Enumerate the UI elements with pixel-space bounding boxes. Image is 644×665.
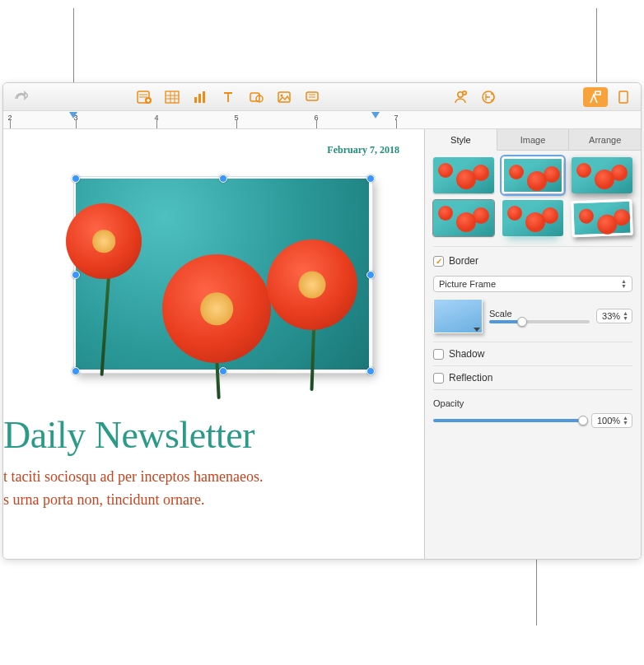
stepper-arrows-icon: ▲▼: [623, 416, 628, 426]
border-label: Border: [449, 255, 478, 267]
shadow-row: Shadow: [433, 342, 632, 365]
resize-handle-t[interactable]: [219, 174, 227, 183]
tips-button[interactable]: [476, 87, 501, 107]
collab-tools-group: [448, 87, 501, 107]
document-canvas[interactable]: February 7, 2018 Daily Newsletter: [3, 129, 425, 559]
border-checkbox[interactable]: [433, 256, 444, 267]
resize-handle-br[interactable]: [366, 367, 375, 375]
image-detail: [66, 203, 142, 279]
svg-rect-28: [619, 91, 628, 103]
tab-arrange[interactable]: Arrange: [569, 129, 641, 151]
shape-button[interactable]: [244, 87, 268, 107]
insert-page-button[interactable]: [132, 87, 156, 107]
image-detail: [267, 239, 357, 330]
style-preset-1[interactable]: [433, 157, 494, 193]
tab-image[interactable]: Image: [497, 129, 570, 151]
selected-image[interactable]: [74, 177, 372, 373]
app-window: 2 3 4 5 6 7 February 7, 2018: [2, 82, 642, 560]
resize-handle-r[interactable]: [366, 271, 375, 279]
tab-style[interactable]: Style: [425, 129, 497, 151]
left-margin-marker[interactable]: [69, 112, 77, 119]
horizontal-ruler[interactable]: 2 3 4 5 6 7: [3, 111, 641, 129]
image-detail: [162, 254, 271, 363]
format-inspector-button[interactable]: [583, 87, 608, 107]
shadow-checkbox[interactable]: [433, 349, 444, 360]
dropdown-arrow-icon: [474, 328, 480, 332]
comment-button[interactable]: [300, 87, 324, 107]
style-preset-2[interactable]: [502, 157, 563, 193]
toolbar: [3, 83, 641, 111]
border-type-value: Picture Frame: [439, 279, 496, 289]
style-presets: [433, 157, 632, 236]
view-tools-group: [583, 87, 636, 107]
svg-rect-13: [203, 91, 205, 103]
svg-point-19: [281, 94, 283, 96]
table-button[interactable]: [160, 87, 184, 107]
opacity-section: Opacity 100% ▲▼: [433, 389, 632, 428]
resize-handle-bl[interactable]: [72, 367, 80, 375]
reflection-row: Reflection: [433, 365, 632, 389]
stepper-arrows-icon: ▲▼: [623, 311, 628, 321]
textbox-button[interactable]: [216, 87, 240, 107]
collaborate-button[interactable]: [448, 87, 473, 107]
resize-handle-l[interactable]: [72, 271, 80, 279]
resize-handle-tr[interactable]: [366, 174, 375, 183]
document-body[interactable]: t taciti sociosqu ad per inceptos hamena…: [3, 465, 263, 511]
opacity-value: 100%: [597, 416, 620, 426]
scale-value: 33%: [602, 311, 620, 321]
document-date: February 7, 2018: [327, 144, 399, 156]
body-line: s urna porta non, tincidunt ornare.: [3, 488, 263, 511]
svg-rect-12: [198, 94, 201, 103]
opacity-value-stepper[interactable]: 100% ▲▼: [591, 413, 632, 428]
opacity-label: Opacity: [433, 398, 632, 408]
insert-tools-group: [132, 87, 324, 107]
style-preset-3[interactable]: [572, 157, 632, 193]
image-detail: [100, 269, 110, 376]
media-button[interactable]: [272, 87, 296, 107]
redo-button[interactable]: [8, 87, 33, 107]
right-margin-marker[interactable]: [371, 112, 380, 119]
svg-rect-6: [166, 91, 179, 103]
scale-slider[interactable]: [489, 320, 590, 323]
document-inspector-button[interactable]: [611, 87, 636, 107]
svg-rect-16: [250, 93, 259, 101]
inspector-body: Border Picture Frame ▲▼ Scale: [425, 151, 641, 559]
border-scale-row: Scale 33% ▲▼: [433, 299, 632, 333]
style-preset-4[interactable]: [433, 200, 494, 236]
document-headline[interactable]: Daily Newsletter: [3, 413, 254, 457]
scale-slider-knob[interactable]: [517, 317, 527, 327]
body-line: t taciti sociosqu ad per inceptos hamena…: [3, 465, 263, 488]
select-arrows-icon: ▲▼: [621, 279, 627, 289]
style-preset-6[interactable]: [571, 199, 632, 238]
scale-label: Scale: [489, 309, 590, 319]
callout-leader-format: [596, 8, 597, 82]
resize-handle-b[interactable]: [219, 367, 227, 375]
opacity-slider-knob[interactable]: [578, 416, 588, 426]
frame-preview[interactable]: [433, 299, 483, 333]
shadow-label: Shadow: [449, 348, 484, 360]
reflection-checkbox[interactable]: [433, 373, 444, 384]
format-inspector: Style Image Arrange Border: [425, 129, 641, 559]
reflection-label: Reflection: [449, 372, 492, 384]
border-row: Border: [433, 246, 632, 272]
opacity-slider[interactable]: [433, 419, 583, 422]
chart-button[interactable]: [188, 87, 212, 107]
border-type-select[interactable]: Picture Frame ▲▼: [433, 276, 632, 292]
scale-value-stepper[interactable]: 33% ▲▼: [596, 309, 632, 323]
svg-rect-11: [194, 97, 197, 103]
inspector-tabs: Style Image Arrange: [425, 129, 641, 151]
style-preset-5[interactable]: [502, 200, 563, 236]
resize-handle-tl[interactable]: [72, 174, 80, 183]
svg-rect-20: [306, 92, 318, 100]
